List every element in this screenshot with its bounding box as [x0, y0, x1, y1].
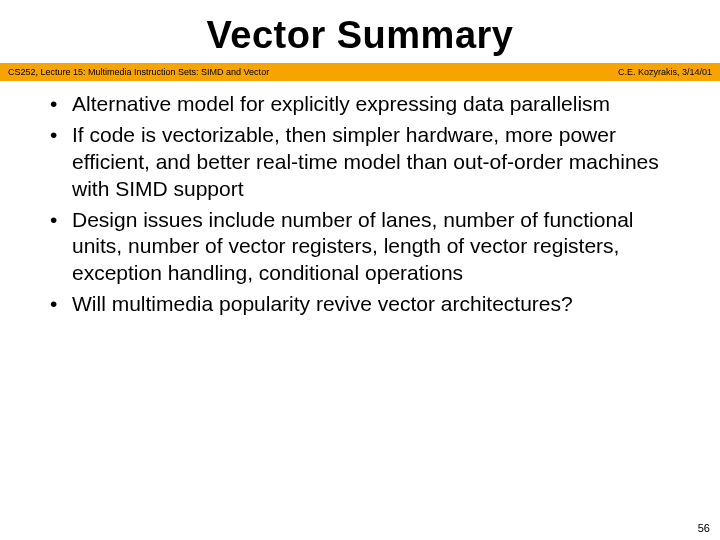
header-bar: CS252, Lecture 15: Multimedia Instructio…: [0, 63, 720, 81]
slide: Vector Summary CS252, Lecture 15: Multim…: [0, 0, 720, 540]
bar-left-text: CS252, Lecture 15: Multimedia Instructio…: [8, 67, 269, 77]
list-item: Will multimedia popularity revive vector…: [38, 291, 682, 318]
slide-title: Vector Summary: [0, 0, 720, 63]
bar-right-text: C.E. Kozyrakis, 3/14/01: [618, 67, 712, 77]
list-item: Design issues include number of lanes, n…: [38, 207, 682, 288]
content-area: Alternative model for explicitly express…: [0, 81, 720, 318]
list-item: Alternative model for explicitly express…: [38, 91, 682, 118]
list-item: If code is vectorizable, then simpler ha…: [38, 122, 682, 203]
page-number: 56: [698, 522, 710, 534]
bullet-list: Alternative model for explicitly express…: [38, 91, 682, 318]
